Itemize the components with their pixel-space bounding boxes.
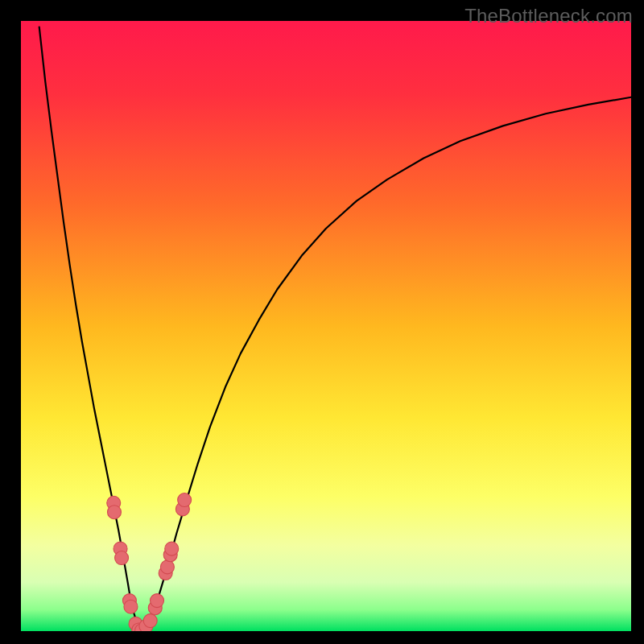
data-marker [143,614,157,628]
data-marker [178,493,192,507]
plot-area [21,21,631,631]
figure-root: TheBottleneck.com [0,0,644,644]
data-marker [160,560,174,574]
data-marker [165,542,179,555]
bottleneck-curve-chart [21,21,631,631]
gradient-background [21,21,631,631]
data-marker [107,506,121,519]
data-marker [124,600,138,613]
data-marker [151,594,164,608]
data-marker [115,551,129,565]
